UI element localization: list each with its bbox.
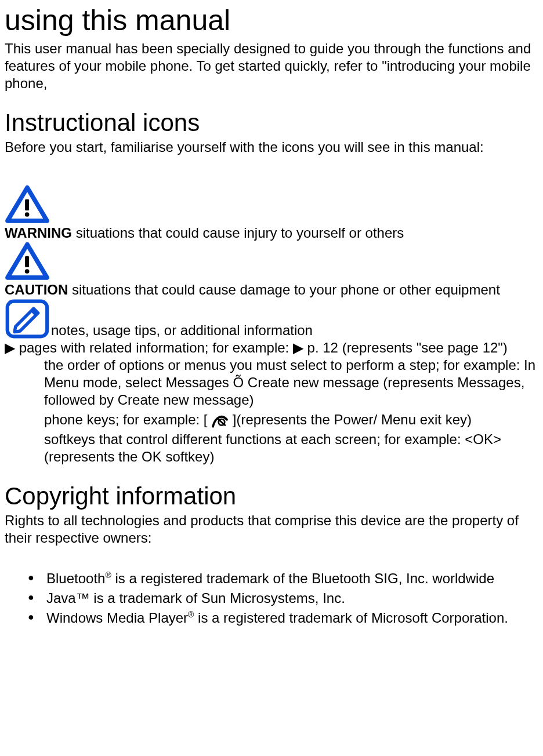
warning-triangle-icon (5, 185, 538, 224)
svg-point-3 (25, 269, 30, 274)
svg-rect-2 (25, 256, 29, 267)
power-key-icon (211, 412, 233, 427)
bullet-text-a: Bluetooth (46, 570, 105, 586)
registered-mark: ® (188, 610, 194, 619)
warning-line: WARNING situations that could cause inju… (5, 224, 538, 242)
related-text-a: pages with related information; for exam… (15, 340, 293, 355)
svg-point-1 (25, 212, 30, 217)
registered-mark: ® (105, 570, 111, 580)
keys-text-a: phone keys; for example: [ (44, 412, 207, 427)
list-item: Bluetooth® is a registered trademark of … (28, 570, 538, 587)
softkeys-line: softkeys that control different function… (44, 431, 538, 466)
related-pages-line: ▶ pages with related information; for ex… (5, 339, 538, 357)
caution-line: CAUTION situations that could cause dama… (5, 281, 538, 299)
caution-text: situations that could cause damage to yo… (68, 282, 499, 297)
note-pencil-icon (5, 299, 50, 339)
keys-text-b: ](represents the Power/ Menu exit key) (233, 412, 472, 427)
warning-block: WARNING situations that could cause inju… (5, 185, 538, 242)
note-text: notes, usage tips, or additional informa… (51, 322, 313, 339)
arrow-right-icon: ▶ (5, 339, 15, 357)
list-item: Windows Media Player® is a registered tr… (28, 609, 538, 627)
bullet-text-b: is a registered trademark of Microsoft C… (194, 610, 508, 626)
indented-block: the order of options or menus you must s… (5, 357, 538, 466)
svg-rect-0 (25, 199, 29, 210)
order-options-line: the order of options or menus you must s… (44, 357, 538, 409)
icons-intro-paragraph: Before you start, familiarise yourself w… (5, 139, 538, 156)
copyright-intro-paragraph: Rights to all technologies and products … (5, 512, 538, 547)
trademark-list: Bluetooth® is a registered trademark of … (5, 570, 538, 627)
warning-label: WARNING (5, 225, 72, 241)
bullet-text-b: is a registered trademark of the Bluetoo… (111, 570, 494, 586)
page-title: using this manual (5, 5, 538, 37)
caution-triangle-icon (5, 242, 538, 281)
list-item: Java™ is a trademark of Sun Microsystems… (28, 590, 538, 607)
related-text-b: p. 12 (represents "see page 12") (303, 340, 508, 355)
section-heading-icons: Instructional icons (5, 110, 538, 136)
arrow-right-icon: ▶ (293, 339, 303, 357)
warning-text: situations that could cause injury to yo… (72, 225, 404, 241)
note-block: notes, usage tips, or additional informa… (5, 299, 538, 339)
bullet-text-a: Windows Media Player (46, 610, 188, 626)
caution-label: CAUTION (5, 282, 68, 297)
caution-block: CAUTION situations that could cause dama… (5, 242, 538, 299)
intro-paragraph: This user manual has been specially desi… (5, 40, 538, 92)
phone-keys-line: phone keys; for example: [ ](represents … (44, 411, 538, 428)
bullet-text: Java™ is a trademark of Sun Microsystems… (46, 590, 345, 606)
section-heading-copyright: Copyright information (5, 483, 538, 510)
